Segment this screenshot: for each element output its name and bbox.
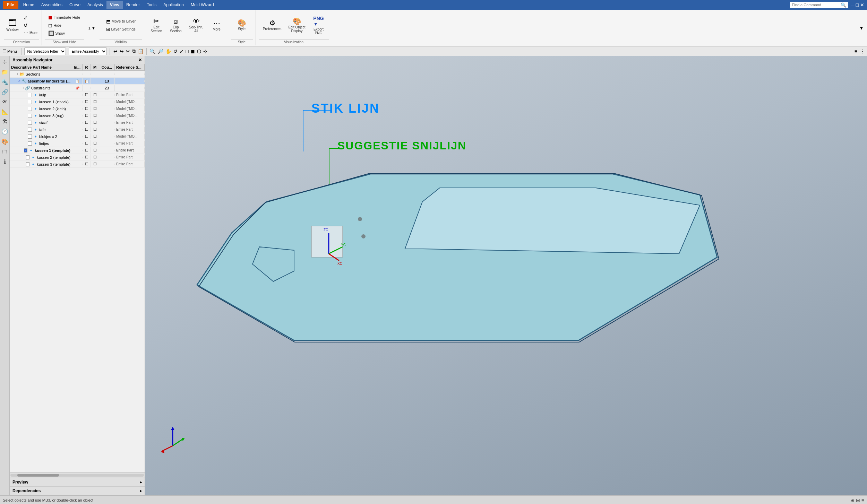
dependencies-header[interactable]: Dependencies ▸ <box>10 487 145 495</box>
sidebar-icon-view[interactable]: 👁 <box>1 98 9 106</box>
checkbox-part-10[interactable] <box>26 162 30 166</box>
nav-row-part-6[interactable]: 🔹 blokjes x 2 ☐ ☐ Model ("MO... <box>10 133 145 140</box>
nav-row-part-9[interactable]: 🔹 kussen 2 (template) ☐ ☐ Entire Part <box>10 154 145 161</box>
preferences-button[interactable]: ⚙ Preferences <box>261 18 284 32</box>
col-ref[interactable]: Reference S... <box>115 64 145 70</box>
tb-triad[interactable]: ⊹ <box>203 48 208 55</box>
nav-row-part-1[interactable]: 🔹 kussen 1 (zitvlak) ☐ ☐ Model ("MO... <box>10 98 145 105</box>
col-m[interactable]: M <box>91 64 99 70</box>
style-btn[interactable]: 🎨 Style <box>233 18 250 32</box>
viewport[interactable]: STIK LIJN SUGGESTIE SNIJLIJN <box>145 56 867 495</box>
tb-wireframe[interactable]: □ <box>185 48 189 55</box>
nav-row-part-10[interactable]: 🔹 kussen 3 (template) ☐ ☐ Entire Part <box>10 161 145 168</box>
export-png-button[interactable]: PNG▼ ExportPNG <box>310 14 327 36</box>
r-check-7[interactable]: ☐ <box>85 141 88 145</box>
close-icon[interactable]: ✕ <box>860 2 864 8</box>
nav-scroll-thumb[interactable] <box>17 474 59 477</box>
see-thru-button[interactable]: 👁 See-ThruAll <box>187 16 206 34</box>
tb-shaded[interactable]: ◼ <box>190 48 196 55</box>
nav-close-icon[interactable]: ✕ <box>138 58 142 62</box>
m-check-4[interactable]: ☐ <box>93 120 97 124</box>
checkbox-part-5[interactable] <box>28 128 32 132</box>
menu-view[interactable]: View <box>106 1 123 9</box>
sidebar-icon-measure[interactable]: 📐 <box>0 107 9 116</box>
m-check-2[interactable]: ☐ <box>93 106 97 111</box>
r-check-6[interactable]: ☐ <box>85 134 88 138</box>
menu-application[interactable]: Application <box>160 1 187 9</box>
m-check-9[interactable]: ☐ <box>93 155 97 159</box>
nav-row-part-0[interactable]: 🔹 kuip ☐ ☐ Entire Part <box>10 92 145 98</box>
ribbon-collapse-btn[interactable]: ▾ <box>857 10 866 45</box>
selection-filter[interactable]: No Selection Filter Component Filter Bod… <box>24 47 66 55</box>
nav-row-part-5[interactable]: 🔹 tafel ☐ ☐ Entire Part <box>10 126 145 133</box>
menu-analysis[interactable]: Analysis <box>84 1 106 9</box>
nav-row-part-7[interactable]: 🔹 lintjes ☐ ☐ Entire Part <box>10 140 145 147</box>
m-check-0[interactable]: ☐ <box>93 93 97 97</box>
orient-btn1[interactable]: ⤢ <box>22 14 39 21</box>
statusbar-icon3[interactable]: ≡ <box>861 497 864 503</box>
sidebar-icon-tools[interactable]: 🛠 <box>1 118 9 126</box>
expand-sections[interactable]: + <box>17 72 19 76</box>
checkbox-part-4[interactable] <box>28 121 32 125</box>
col-in[interactable]: In... <box>72 64 83 70</box>
sidebar-icon-history[interactable]: 🕐 <box>0 127 9 136</box>
nav-scrollbar-h[interactable] <box>10 472 145 478</box>
tb-perspective[interactable]: ⬡ <box>196 48 202 55</box>
col-count[interactable]: Cou... <box>99 64 115 70</box>
menu-mold-wizard[interactable]: Mold Wizard <box>187 1 217 9</box>
col-r[interactable]: R <box>83 64 91 70</box>
assembly-scope[interactable]: Entire Assembly Work Part Only <box>69 47 107 55</box>
edit-object-display-button[interactable]: 🎨 Edit ObjectDisplay <box>286 16 308 34</box>
r-check-4[interactable]: ☐ <box>85 120 88 124</box>
nav-row-part-4[interactable]: 🔹 staaf ☐ ☐ Entire Part <box>10 119 145 126</box>
tb-zoom-out[interactable]: 🔎 <box>157 48 164 55</box>
edit-section-button[interactable]: ✂ EditSection <box>148 16 165 34</box>
nav-row-constraints[interactable]: + 🔗 Constraints 📌 23 <box>10 85 145 92</box>
menu-assemblies[interactable]: Assemblies <box>38 1 66 9</box>
menu-render[interactable]: Render <box>123 1 143 9</box>
nav-row-assembly[interactable]: − ✓ 🔧 assembly kinderzitje (... 📋 📋 13 <box>10 78 145 85</box>
preview-header[interactable]: Preview ▸ <box>10 478 145 487</box>
checkbox-part-7[interactable] <box>28 141 32 146</box>
statusbar-icon2[interactable]: ⊟ <box>856 497 860 503</box>
checkbox-part-9[interactable] <box>26 155 30 159</box>
m-check-1[interactable]: ☐ <box>93 99 97 104</box>
tb-cut[interactable]: ✂ <box>125 48 131 55</box>
r-check-0[interactable]: ☐ <box>85 93 88 97</box>
r-check-2[interactable]: ☐ <box>85 106 88 111</box>
layer-settings-button[interactable]: ⊞ Layer Settings <box>105 26 137 33</box>
menu-tools[interactable]: Tools <box>143 1 160 9</box>
r-check-1[interactable]: ☐ <box>85 99 88 104</box>
checkbox-part-0[interactable] <box>28 93 32 97</box>
nav-row-part-8[interactable]: ✓ 🔹 kussen 1 (template) ☐ ☐ Entire Part <box>10 147 145 154</box>
checkbox-part-3[interactable] <box>28 114 32 118</box>
more-orient[interactable]: ⋯More <box>22 29 39 36</box>
sidebar-icon-color[interactable]: 🎨 <box>0 137 9 146</box>
r-check-10[interactable]: ☐ <box>85 162 88 166</box>
tb-right2[interactable]: ⋮ <box>859 48 866 55</box>
expand-constraints[interactable]: + <box>22 86 24 90</box>
more-button[interactable]: ⋯ More <box>208 18 225 33</box>
sidebar-icon-parts[interactable]: 🔩 <box>0 78 9 86</box>
menu-button[interactable]: ☰ Menu <box>1 48 18 54</box>
checkbox-part-1[interactable] <box>28 100 32 104</box>
m-check-3[interactable]: ☐ <box>93 113 97 118</box>
hide-button[interactable]: ◻ Hide <box>47 22 63 29</box>
nav-row-part-3[interactable]: 🔹 kussen 3 (rug) ☐ ☐ Model ("MO... <box>10 112 145 119</box>
nav-row-sections[interactable]: + 📂 Sections <box>10 71 145 78</box>
col-name[interactable]: Descriptive Part Name <box>10 64 72 70</box>
m-check-6[interactable]: ☐ <box>93 134 97 138</box>
file-menu[interactable]: File <box>3 1 18 9</box>
sidebar-icon-layers[interactable]: ⬚ <box>1 147 8 156</box>
statusbar-icon1[interactable]: ⊞ <box>850 497 855 503</box>
tb-paste[interactable]: 📋 <box>137 48 144 55</box>
minimize-icon[interactable]: ─ <box>851 2 855 8</box>
checkbox-part-2[interactable] <box>28 107 32 111</box>
r-check-3[interactable]: ☐ <box>85 113 88 118</box>
checkbox-part-6[interactable] <box>28 134 32 139</box>
show-button[interactable]: 🔲 Show <box>47 30 66 37</box>
sidebar-icon-constraints[interactable]: 🔗 <box>0 88 9 96</box>
expand-assembly[interactable]: − <box>15 79 17 83</box>
tb-copy[interactable]: ⧉ <box>131 47 136 55</box>
sidebar-icon-info[interactable]: ℹ <box>3 157 7 166</box>
